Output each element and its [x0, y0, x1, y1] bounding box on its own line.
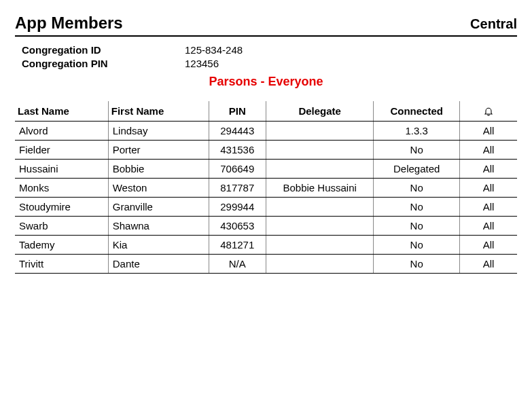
cell-connected: No	[374, 236, 460, 255]
cell-notify: All	[460, 217, 518, 236]
cell-connected: No	[374, 217, 460, 236]
cell-connected: 1.3.3	[374, 122, 460, 141]
cell-connected: No	[374, 179, 460, 198]
cell-pin: N/A	[209, 255, 266, 274]
table-row: TademyKia481271NoAll	[15, 236, 517, 255]
cell-pin: 299944	[209, 198, 266, 217]
cell-delegate	[266, 141, 373, 160]
page-title: App Members	[15, 14, 123, 33]
cell-notify: All	[460, 198, 518, 217]
cell-first-name: Lindsay	[108, 122, 209, 141]
congregation-pin-label: Congregation PIN	[22, 57, 185, 71]
page-header: App Members Central	[15, 14, 517, 37]
cell-pin: 481271	[209, 236, 266, 255]
cell-last-name: Alvord	[15, 122, 108, 141]
table-row: FielderPorter431536NoAll	[15, 141, 517, 160]
cell-notify: All	[460, 141, 518, 160]
cell-notify: All	[460, 122, 518, 141]
cell-connected: No	[374, 198, 460, 217]
cell-pin: 817787	[209, 179, 266, 198]
cell-delegate: Bobbie Hussaini	[266, 179, 373, 198]
cell-last-name: Fielder	[15, 141, 108, 160]
cell-pin: 706649	[209, 160, 266, 179]
cell-first-name: Weston	[108, 179, 209, 198]
table-row: MonksWeston817787Bobbie HussainiNoAll	[15, 179, 517, 198]
cell-delegate	[266, 160, 373, 179]
congregation-id-label: Congregation ID	[22, 43, 185, 57]
cell-last-name: Trivitt	[15, 255, 108, 274]
members-table: Last Name First Name PIN Delegate Connec…	[15, 101, 517, 274]
cell-notify: All	[460, 179, 518, 198]
cell-last-name: Hussaini	[15, 160, 108, 179]
congregation-id-value: 125-834-248	[185, 43, 243, 57]
cell-first-name: Bobbie	[108, 160, 209, 179]
col-header-pin: PIN	[209, 101, 266, 122]
table-row: TrivittDanteN/ANoAll	[15, 255, 517, 274]
table-row: SwarbShawna430653NoAll	[15, 217, 517, 236]
cell-pin: 430653	[209, 217, 266, 236]
cell-connected: Delegated	[374, 160, 460, 179]
col-header-delegate: Delegate	[266, 101, 373, 122]
cell-delegate	[266, 236, 373, 255]
congregation-pin-value: 123456	[185, 57, 219, 71]
cell-first-name: Kia	[108, 236, 209, 255]
bell-icon	[463, 106, 514, 117]
cell-connected: No	[374, 141, 460, 160]
table-row: HussainiBobbie706649DelegatedAll	[15, 160, 517, 179]
cell-notify: All	[460, 160, 518, 179]
page-header-right: Central	[470, 16, 517, 32]
cell-first-name: Shawna	[108, 217, 209, 236]
col-header-connected: Connected	[374, 101, 460, 122]
cell-last-name: Tademy	[15, 236, 108, 255]
cell-notify: All	[460, 255, 518, 274]
table-row: AlvordLindsay2944431.3.3All	[15, 122, 517, 141]
cell-connected: No	[374, 255, 460, 274]
col-header-last-name: Last Name	[15, 101, 108, 122]
cell-pin: 294443	[209, 122, 266, 141]
congregation-pin-row: Congregation PIN 123456	[22, 57, 517, 71]
col-header-notify	[460, 101, 518, 122]
cell-last-name: Swarb	[15, 217, 108, 236]
cell-notify: All	[460, 236, 518, 255]
cell-delegate	[266, 198, 373, 217]
cell-first-name: Granville	[108, 198, 209, 217]
col-header-first-name: First Name	[108, 101, 209, 122]
cell-last-name: Stoudymire	[15, 198, 108, 217]
table-row: StoudymireGranville299944NoAll	[15, 198, 517, 217]
table-header-row: Last Name First Name PIN Delegate Connec…	[15, 101, 517, 122]
cell-delegate	[266, 217, 373, 236]
cell-first-name: Dante	[108, 255, 209, 274]
congregation-meta: Congregation ID 125-834-248 Congregation…	[15, 43, 517, 71]
cell-pin: 431536	[209, 141, 266, 160]
cell-delegate	[266, 255, 373, 274]
cell-first-name: Porter	[108, 141, 209, 160]
congregation-id-row: Congregation ID 125-834-248	[22, 43, 517, 57]
cell-delegate	[266, 122, 373, 141]
list-subtitle: Parsons - Everyone	[15, 75, 517, 89]
cell-last-name: Monks	[15, 179, 108, 198]
